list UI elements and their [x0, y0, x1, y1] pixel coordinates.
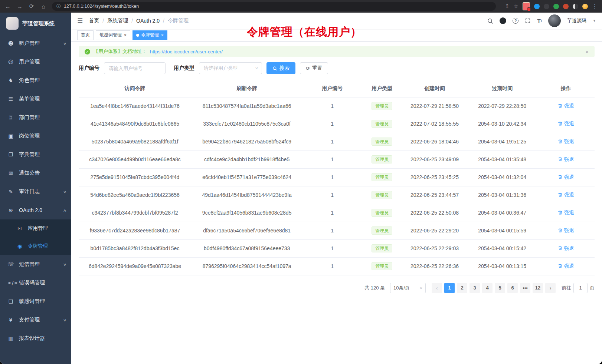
- reload-icon[interactable]: ⟳: [28, 3, 35, 10]
- user-type-select[interactable]: 请选择用户类型 ∨: [199, 62, 262, 74]
- page-button[interactable]: 4: [482, 283, 493, 293]
- font-size-icon[interactable]: TT: [537, 18, 542, 24]
- user-type-cell: 管理员: [362, 150, 402, 168]
- bookmark-star-icon[interactable]: ☆: [514, 3, 518, 10]
- sidebar-item-errcode[interactable]: </>错误码管理: [0, 274, 71, 292]
- prev-page-button[interactable]: ‹: [432, 283, 442, 293]
- sidebar-item-dept[interactable]: ♖部门管理: [0, 108, 71, 127]
- fullscreen-icon[interactable]: [525, 18, 531, 24]
- extension-icon[interactable]: [544, 4, 549, 9]
- created-time-cell: 2022-06-26 18:04:46: [402, 133, 467, 150]
- force-logout-button[interactable]: 强退: [558, 156, 574, 163]
- darkmode-extension-icon[interactable]: [573, 4, 578, 9]
- role-icon: ♞: [7, 77, 14, 83]
- user-id-input[interactable]: [104, 62, 166, 74]
- tab[interactable]: 敏感词管理×: [96, 30, 130, 40]
- alert-doc-link[interactable]: https://doc.iocoder.cn/user-center/: [150, 49, 223, 54]
- sidebar-item-label: 应用管理: [28, 225, 48, 232]
- chevron-up-icon: ∧: [63, 208, 66, 212]
- sidebar-item-sms[interactable]: ☏短信管理∨: [0, 255, 71, 274]
- search-button[interactable]: 搜索: [266, 62, 295, 74]
- force-logout-button[interactable]: 强退: [558, 227, 574, 234]
- user-avatar[interactable]: [548, 14, 561, 27]
- extension-icon[interactable]: [523, 2, 530, 10]
- sidebar-item-label: 审计日志: [19, 188, 40, 195]
- sidebar-item-pay[interactable]: ¥支付管理∨: [0, 311, 71, 329]
- close-icon[interactable]: ×: [124, 33, 127, 37]
- tab-label: 令牌管理: [141, 32, 159, 38]
- page-size-select[interactable]: 10条/页 ∨: [390, 283, 426, 293]
- next-page-button[interactable]: ›: [545, 283, 556, 293]
- breadcrumb-item[interactable]: 系统管理: [107, 17, 128, 24]
- home-icon[interactable]: ⌂: [40, 3, 47, 10]
- force-logout-button[interactable]: 强退: [558, 245, 574, 252]
- github-icon[interactable]: [500, 17, 506, 24]
- url-text: 127.0.0.1:1024/system/oauth2/token: [64, 4, 139, 9]
- pager-ellipsis[interactable]: •••: [520, 283, 530, 293]
- force-logout-button[interactable]: 强退: [558, 120, 574, 127]
- sidebar-item-audit[interactable]: ✎审计日志∨: [0, 182, 71, 201]
- force-logout-button[interactable]: 强退: [558, 138, 574, 145]
- site-info-icon[interactable]: ⓘ: [56, 3, 61, 10]
- extension-icon[interactable]: [534, 4, 540, 9]
- sidebar-item-menu[interactable]: ☰菜单管理: [0, 90, 71, 108]
- sidebar-item-notice[interactable]: ✉通知公告: [0, 164, 71, 182]
- breadcrumb-item[interactable]: 首页: [89, 17, 99, 24]
- help-icon[interactable]: ?: [513, 18, 518, 24]
- sidebar-item-token[interactable]: ◉令牌管理: [0, 237, 71, 255]
- sidebar-item-sensitive[interactable]: ❏敏感词管理: [0, 292, 71, 311]
- page-button[interactable]: 12: [533, 283, 543, 293]
- force-logout-button[interactable]: 强退: [558, 103, 574, 109]
- logo[interactable]: 芋道管理系统: [0, 13, 71, 34]
- user-type-badge: 管理员: [372, 102, 392, 110]
- sidebar-item-report[interactable]: ▥报表设计器: [0, 329, 71, 348]
- user-type-cell: 管理员: [362, 222, 402, 239]
- sidebar-item-dict[interactable]: ❐字典管理: [0, 145, 71, 164]
- alert-close-icon[interactable]: ×: [585, 49, 589, 55]
- breadcrumb-item[interactable]: 令牌管理: [168, 17, 189, 24]
- total-count: 共 120 条: [364, 285, 385, 291]
- page-button[interactable]: 6: [507, 283, 518, 293]
- sidebar-item-tenant[interactable]: ☻租户管理∨: [0, 34, 71, 53]
- force-logout-button[interactable]: 强退: [558, 174, 574, 181]
- profile-avatar-icon[interactable]: [582, 4, 588, 9]
- page-button[interactable]: 2: [457, 283, 467, 293]
- column-header: 用户类型: [362, 80, 402, 97]
- username[interactable]: 芋道源码: [567, 17, 586, 24]
- user-menu-caret-icon[interactable]: ▼: [593, 19, 596, 23]
- url-bar[interactable]: ⓘ 127.0.0.1:1024/system/oauth2/token: [52, 2, 496, 11]
- page-button[interactable]: 1: [444, 283, 455, 293]
- goto-page-input[interactable]: [573, 283, 588, 293]
- search-icon[interactable]: [487, 18, 493, 24]
- extension-icon[interactable]: [563, 4, 569, 9]
- hamburger-icon[interactable]: ☰: [77, 17, 83, 25]
- sidebar-item-app[interactable]: ⊡应用管理: [0, 219, 71, 237]
- force-logout-button[interactable]: 强退: [558, 263, 574, 269]
- user-id-cell: 1: [302, 204, 362, 222]
- share-icon[interactable]: ↥: [505, 3, 510, 10]
- force-logout-button[interactable]: 强退: [558, 209, 574, 216]
- tab[interactable]: 首页: [77, 30, 94, 40]
- refresh-token-cell: cdfc4ce9c2da4bb1bdf21b9918ff4be5: [191, 150, 302, 168]
- main-area: ☰ 首页/系统管理/OAuth 2.0/令牌管理 ? TT 芋道源码 ▼: [71, 13, 602, 364]
- user-id-cell: 1: [302, 222, 362, 239]
- browser-menu-icon[interactable]: ⋮: [592, 3, 598, 10]
- reset-button[interactable]: ⟳ 重置: [300, 62, 328, 74]
- close-icon[interactable]: ×: [161, 33, 164, 37]
- page-button[interactable]: 3: [470, 283, 480, 293]
- extension-icon[interactable]: [553, 4, 559, 9]
- back-icon[interactable]: ←: [4, 3, 11, 10]
- sidebar-item-oauth[interactable]: ⊛OAuth 2.0∧: [0, 201, 71, 219]
- sidebar-item-post[interactable]: ▣岗位管理: [0, 127, 71, 145]
- tab[interactable]: 令牌管理×: [132, 30, 167, 40]
- force-logout-button[interactable]: 强退: [558, 192, 574, 198]
- refresh-token-cell: e6cfd40eb1f54571a31e775e039c4624: [191, 168, 302, 186]
- forward-icon[interactable]: →: [16, 3, 23, 10]
- sidebar-item-role[interactable]: ♞角色管理: [0, 71, 71, 90]
- page-button[interactable]: 5: [495, 283, 505, 293]
- action-cell: 强退: [537, 239, 595, 257]
- sidebar-item-user[interactable]: ☺用户管理: [0, 53, 71, 71]
- breadcrumb-item[interactable]: OAuth 2.0: [136, 18, 160, 24]
- user-id-cell: 1: [302, 115, 362, 133]
- delete-icon: [558, 192, 563, 197]
